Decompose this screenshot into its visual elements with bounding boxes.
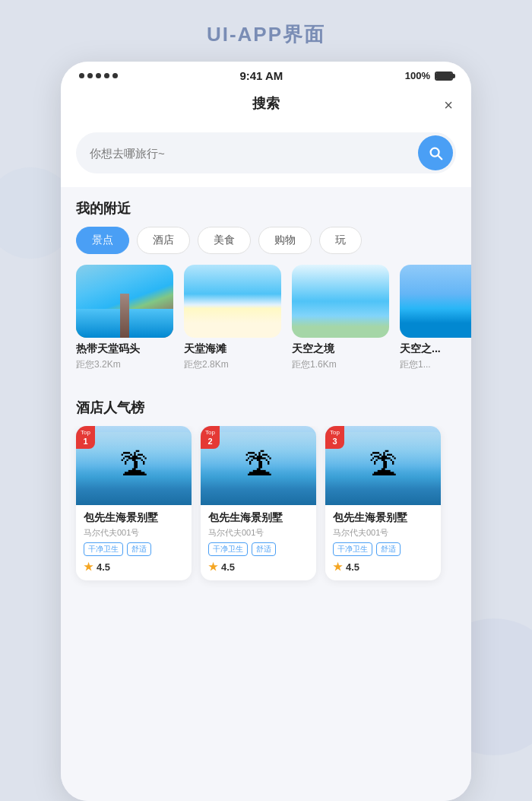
spot-name-1: 热带天堂码头 (76, 342, 173, 356)
battery-icon (435, 72, 453, 81)
page-background: UI-APP界面 9:41 AM 100% 搜索 × (0, 0, 532, 801)
hotel-info-2: 包先生海景别墅 马尔代夫001号 干净卫生 舒适 ★ 4.5 (201, 505, 316, 580)
hotel-location-1: 马尔代夫001号 (84, 527, 184, 539)
spot-distance-1: 距您3.2Km (76, 358, 173, 371)
tab-play[interactable]: 玩 (319, 227, 362, 254)
nearby-section-title: 我的附近 (61, 187, 471, 227)
spot-distance-2: 距您2.8Km (184, 358, 281, 371)
tab-food[interactable]: 美食 (198, 227, 251, 254)
hotel-rating-1: ★ 4.5 (84, 561, 184, 573)
search-area (61, 125, 471, 187)
top-badge-3: Top 3 (325, 426, 344, 449)
spot-image-1 (76, 265, 173, 338)
hotel-tag-comfort-1: 舒适 (127, 542, 151, 556)
hotel-tags-1: 干净卫生 舒适 (84, 542, 184, 556)
hotel-tag-clean-2: 干净卫生 (208, 542, 248, 556)
page-title-area: UI-APP界面 (0, 0, 532, 62)
top-badge-2: Top 2 (201, 426, 220, 449)
top-text-3: Top (330, 429, 340, 437)
star-icon-1: ★ (84, 561, 93, 573)
top-num-3: 3 (330, 437, 340, 447)
rating-value-2: 4.5 (221, 561, 235, 573)
status-bar: 9:41 AM 100% (61, 62, 471, 85)
hotel-name-2: 包先生海景别墅 (208, 511, 309, 525)
search-button[interactable] (418, 135, 453, 170)
hotel-name-3: 包先生海景别墅 (333, 511, 433, 525)
hotel-tag-clean-3: 干净卫生 (333, 542, 372, 556)
tab-scenic[interactable]: 景点 (76, 227, 129, 254)
hotel-image-1: Top 1 (76, 426, 192, 505)
top-num-1: 1 (81, 437, 90, 447)
hotel-image-3: Top 3 (325, 426, 441, 505)
spot-card-4[interactable]: 天空之... 距您1... (400, 265, 471, 371)
hotel-cards-scroll: Top 1 包先生海景别墅 马尔代夫001号 干净卫生 舒适 (61, 426, 471, 588)
rating-value-1: 4.5 (97, 561, 110, 573)
spot-name-4: 天空之... (400, 342, 471, 356)
rating-value-3: 4.5 (346, 561, 359, 573)
category-tabs: 景点 酒店 美食 购物 玩 (61, 227, 471, 265)
hotel-tag-comfort-2: 舒适 (252, 542, 276, 556)
dot-4 (104, 73, 109, 78)
hotel-card-2[interactable]: Top 2 包先生海景别墅 马尔代夫001号 干净卫生 舒适 (201, 426, 316, 580)
dot-1 (79, 73, 84, 78)
close-button[interactable]: × (444, 97, 453, 114)
dot-2 (87, 73, 93, 78)
header: 搜索 × (61, 85, 471, 125)
nearby-section: 我的附近 景点 酒店 美食 购物 玩 热带天堂码头 距您3.2Km (61, 187, 471, 383)
spot-image-3 (292, 265, 389, 338)
status-right: 100% (405, 70, 453, 81)
header-title: 搜索 (252, 94, 280, 113)
search-input[interactable] (90, 147, 410, 160)
top-badge-1: Top 1 (76, 426, 95, 449)
top-num-2: 2 (205, 437, 215, 447)
hotel-image-2: Top 2 (201, 426, 316, 505)
spot-card-3[interactable]: 天空之境 距您1.6Km (292, 265, 389, 371)
dot-3 (96, 73, 101, 78)
hotel-info-1: 包先生海景别墅 马尔代夫001号 干净卫生 舒适 ★ 4.5 (76, 505, 192, 580)
tab-hotel[interactable]: 酒店 (137, 227, 190, 254)
hotel-tags-3: 干净卫生 舒适 (333, 542, 433, 556)
hotel-tag-clean-1: 干净卫生 (84, 542, 123, 556)
spot-name-2: 天堂海滩 (184, 342, 281, 356)
spot-image-2 (184, 265, 281, 338)
signal-dots (79, 73, 118, 78)
page-title: UI-APP界面 (207, 23, 325, 46)
hotel-tag-comfort-3: 舒适 (376, 542, 401, 556)
main-content: 我的附近 景点 酒店 美食 购物 玩 热带天堂码头 距您3.2Km (61, 187, 471, 801)
spot-distance-4: 距您1... (400, 358, 471, 371)
spot-image-4 (400, 265, 471, 338)
hotel-card-3[interactable]: Top 3 包先生海景别墅 马尔代夫001号 干净卫生 舒适 (325, 426, 441, 580)
top-text-1: Top (81, 429, 90, 437)
spot-distance-3: 距您1.6Km (292, 358, 389, 371)
spots-scroll: 热带天堂码头 距您3.2Km 天堂海滩 距您2.8Km 天空之境 距您1.6Km (61, 265, 471, 383)
hotel-location-3: 马尔代夫001号 (333, 527, 433, 539)
hotel-rating-2: ★ 4.5 (208, 561, 309, 573)
hotel-section-title: 酒店人气榜 (61, 386, 471, 426)
spot-name-3: 天空之境 (292, 342, 389, 356)
star-icon-2: ★ (208, 561, 218, 573)
top-text-2: Top (205, 429, 215, 437)
search-icon (427, 145, 444, 161)
dot-5 (112, 73, 118, 78)
tab-shopping[interactable]: 购物 (258, 227, 312, 254)
hotel-card-1[interactable]: Top 1 包先生海景别墅 马尔代夫001号 干净卫生 舒适 (76, 426, 192, 580)
battery-fill (436, 73, 451, 79)
star-icon-3: ★ (333, 561, 343, 573)
hotel-location-2: 马尔代夫001号 (208, 527, 309, 539)
status-time: 9:41 AM (239, 69, 283, 82)
hotel-tags-2: 干净卫生 舒适 (208, 542, 309, 556)
spot-card-1[interactable]: 热带天堂码头 距您3.2Km (76, 265, 173, 371)
phone-frame: 9:41 AM 100% 搜索 × (61, 62, 471, 801)
hotel-section: 酒店人气榜 Top 1 包先生海景别墅 马尔代 (61, 383, 471, 588)
hotel-name-1: 包先生海景别墅 (84, 511, 184, 525)
search-bar (76, 132, 456, 173)
spot-card-2[interactable]: 天堂海滩 距您2.8Km (184, 265, 281, 371)
hotel-info-3: 包先生海景别墅 马尔代夫001号 干净卫生 舒适 ★ 4.5 (325, 505, 441, 580)
battery-percent: 100% (405, 70, 430, 81)
hotel-rating-3: ★ 4.5 (333, 561, 433, 573)
